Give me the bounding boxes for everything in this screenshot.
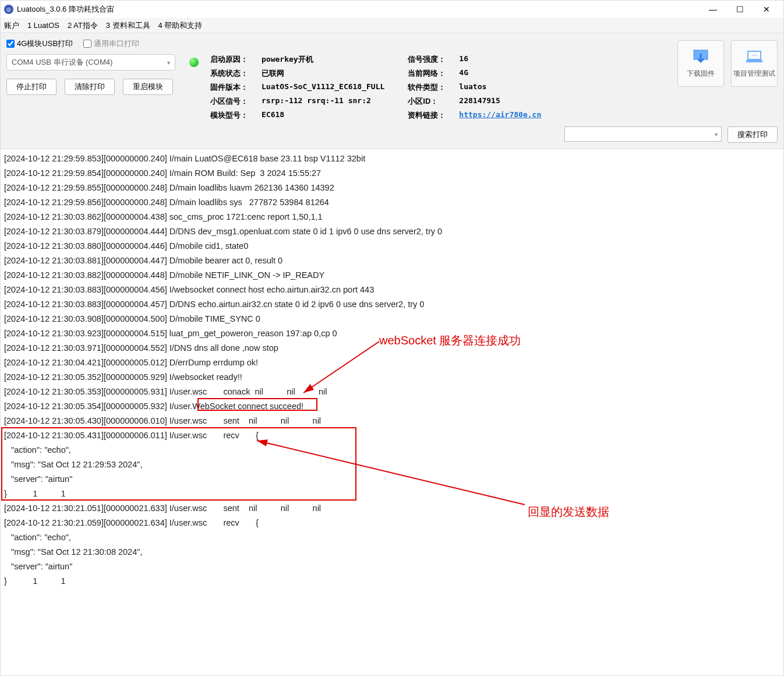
checkbox-serial-print[interactable]: 通用串口打印 xyxy=(83,38,139,49)
checkbox-usb-print[interactable]: 4G模块USB打印 xyxy=(6,38,73,49)
minimize-button[interactable]: — xyxy=(700,1,726,18)
log-line: [2024-10-12 21:30:05.352][000000005.929]… xyxy=(4,370,780,385)
app-icon: ◎ xyxy=(4,5,13,14)
info-column-left: 启动原因：powerkey开机 系统状态：已联网 固件版本：LuatOS-SoC… xyxy=(210,54,384,121)
log-line: [2024-10-12 21:30:05.431][000000006.011]… xyxy=(4,428,780,443)
value-module-model: EC618 xyxy=(262,110,284,121)
log-line: "action": "echo", xyxy=(4,443,780,457)
log-line: [2024-10-12 21:30:03.880][000000004.446]… xyxy=(4,239,780,254)
status-led-icon xyxy=(189,58,199,67)
menu-docs[interactable]: 3 资料和工具 xyxy=(106,20,150,31)
checkbox-serial-print-input[interactable] xyxy=(83,40,91,48)
menu-luatos[interactable]: 1 LuatOS xyxy=(27,21,59,30)
search-combo[interactable]: ▾ xyxy=(564,126,722,142)
log-line: [2024-10-12 21:30:21.051][000000021.633]… xyxy=(4,501,780,516)
log-line: [2024-10-12 21:30:03.883][000000004.456]… xyxy=(4,283,780,297)
svg-text:</>: </> xyxy=(752,54,757,57)
log-line: [2024-10-12 21:29:59.853][000000000.240]… xyxy=(4,152,780,166)
com-port-value: COM4 USB 串行设备 (COM4) xyxy=(12,57,112,68)
value-boot-reason: powerkey开机 xyxy=(262,54,313,65)
log-line: [2024-10-12 21:30:03.883][000000004.457]… xyxy=(4,297,780,312)
menu-account[interactable]: 账户 xyxy=(4,20,19,31)
svg-rect-2 xyxy=(746,60,762,62)
titlebar: ◎ Luatools_3.0.6 降功耗找合宙 — ☐ ✕ xyxy=(1,1,783,18)
label-sw-type: 软件类型： xyxy=(408,82,453,93)
log-line: [2024-10-12 21:30:03.908][000000004.500]… xyxy=(4,312,780,326)
project-manage-button[interactable]: </> 项目管理测试 xyxy=(731,40,778,87)
log-area[interactable]: [2024-10-12 21:29:59.853][000000000.240]… xyxy=(1,149,783,675)
label-signal-strength: 信号强度： xyxy=(408,54,453,65)
checkbox-usb-print-input[interactable] xyxy=(6,40,15,48)
log-line: [2024-10-12 21:30:05.430][000000006.010]… xyxy=(4,414,780,428)
label-module-model: 模块型号： xyxy=(210,110,256,121)
doc-link[interactable]: https://air780e.cn xyxy=(459,110,541,121)
log-line: [2024-10-12 21:30:03.879][000000004.444]… xyxy=(4,224,780,239)
value-cell-signal: rsrp:-112 rsrq:-11 snr:2 xyxy=(262,96,371,107)
download-firmware-button[interactable]: 下载固件 xyxy=(677,40,724,87)
log-line: [2024-10-12 21:29:59.854][000000000.240]… xyxy=(4,166,780,181)
log-line: "msg": "Sat Oct 12 21:30:08 2024", xyxy=(4,545,780,559)
reboot-module-button[interactable]: 重启模块 xyxy=(123,79,173,95)
log-line: } 1 1 xyxy=(4,574,780,589)
label-cell-id: 小区ID： xyxy=(408,96,453,107)
com-port-select[interactable]: COM4 USB 串行设备 (COM4) ▾ xyxy=(6,54,175,71)
log-line: [2024-10-12 21:30:04.421][000000005.012]… xyxy=(4,355,780,370)
log-line: "server": "airtun" xyxy=(4,559,780,574)
value-sw-type: luatos xyxy=(459,82,486,93)
log-line: [2024-10-12 21:30:05.353][000000005.931]… xyxy=(4,385,780,399)
log-line: "server": "airtun" xyxy=(4,472,780,487)
log-line: "action": "echo", xyxy=(4,530,780,545)
label-boot-reason: 启动原因： xyxy=(210,54,256,65)
project-manage-label: 项目管理测试 xyxy=(733,69,775,79)
menubar: 账户 1 LuatOS 2 AT指令 3 资料和工具 4 帮助和支持 xyxy=(1,18,783,33)
log-line: [2024-10-12 21:30:03.882][000000004.448]… xyxy=(4,268,780,283)
value-cell-id: 228147915 xyxy=(459,96,500,107)
log-line: [2024-10-12 21:30:21.059][000000021.634]… xyxy=(4,516,780,530)
label-cell-signal: 小区信号： xyxy=(210,96,256,107)
log-line: [2024-10-12 21:30:03.881][000000004.447]… xyxy=(4,254,780,268)
label-fw-version: 固件版本： xyxy=(210,82,256,93)
log-line: } 1 1 xyxy=(4,487,780,501)
download-icon xyxy=(691,49,710,65)
log-line: [2024-10-12 21:29:59.855][000000000.248]… xyxy=(4,181,780,195)
window-title: Luatools_3.0.6 降功耗找合宙 xyxy=(17,4,700,15)
close-button[interactable]: ✕ xyxy=(753,1,780,18)
log-line: [2024-10-12 21:30:03.862][000000004.438]… xyxy=(4,210,780,224)
info-column-right: 信号强度：16 当前网络：4G 软件类型：luatos 小区ID：2281479… xyxy=(408,54,541,121)
menu-help[interactable]: 4 帮助和支持 xyxy=(158,20,203,31)
label-doc-link: 资料链接： xyxy=(408,110,453,121)
chevron-down-icon: ▾ xyxy=(715,131,718,138)
annotation-echo-data: 回显的发送数据 xyxy=(528,505,609,519)
top-panel: 4G模块USB打印 通用串口打印 COM4 USB 串行设备 (COM4) ▾ … xyxy=(1,33,783,149)
label-sys-status: 系统状态： xyxy=(210,68,256,79)
value-fw-version: LuatOS-SoC_V1112_EC618_FULL xyxy=(262,82,384,93)
menu-at[interactable]: 2 AT指令 xyxy=(68,20,98,31)
log-line: [2024-10-12 21:29:59.856][000000000.248]… xyxy=(4,195,780,210)
annotation-websocket-success: webSocket 服务器连接成功 xyxy=(379,333,521,348)
download-firmware-label: 下载固件 xyxy=(687,69,715,79)
stop-print-button[interactable]: 停止打印 xyxy=(6,79,56,95)
search-print-button[interactable]: 搜索打印 xyxy=(728,126,778,143)
laptop-icon: </> xyxy=(745,49,764,65)
checkbox-serial-print-label: 通用串口打印 xyxy=(94,38,139,49)
chevron-down-icon: ▾ xyxy=(167,59,170,66)
maximize-button[interactable]: ☐ xyxy=(726,1,753,18)
label-network: 当前网络： xyxy=(408,68,453,79)
value-signal-strength: 16 xyxy=(459,54,468,65)
log-line: [2024-10-12 21:30:05.354][000000005.932]… xyxy=(4,399,780,414)
clear-print-button[interactable]: 清除打印 xyxy=(65,79,115,95)
value-sys-status: 已联网 xyxy=(262,68,284,79)
log-line: "msg": "Sat Oct 12 21:29:53 2024", xyxy=(4,457,780,472)
value-network: 4G xyxy=(459,68,468,79)
checkbox-usb-print-label: 4G模块USB打印 xyxy=(17,38,73,49)
